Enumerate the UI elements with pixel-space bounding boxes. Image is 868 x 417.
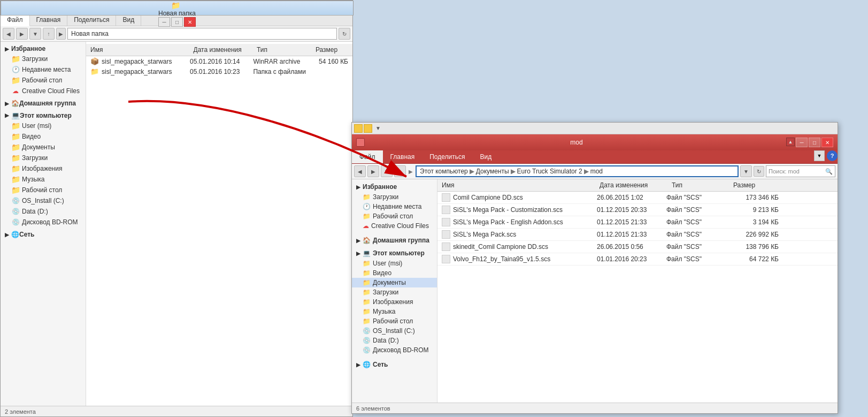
fg-network-header[interactable]: ▶ 🌐 Сеть xyxy=(352,359,437,370)
fg-desk2-icon: 📁 xyxy=(363,317,371,325)
fg-refresh-btn[interactable]: ↻ xyxy=(754,166,764,177)
sidebar-bd[interactable]: 💿 Дисковод BD-ROM xyxy=(1,217,86,228)
col-type[interactable]: Тип xyxy=(252,45,311,55)
fg-sidebar-dl2[interactable]: 📁 Загрузки xyxy=(352,287,437,297)
fg-desk2-label: Рабочий стол xyxy=(373,317,413,325)
fg-file-type-0: Файл "SCS" xyxy=(666,194,725,201)
fg-sidebar-desktop[interactable]: 📁 Рабочий стол xyxy=(352,211,437,221)
fg-sidebar-cc[interactable]: ☁ Creative Cloud Files xyxy=(352,221,437,231)
sidebar-data[interactable]: 💿 Data (D:) xyxy=(1,206,86,217)
fg-tab-share[interactable]: Поделиться xyxy=(422,150,472,163)
fg-data-icon: 💿 xyxy=(363,337,371,344)
fg-search-box[interactable]: Поиск: mod 🔍 xyxy=(766,165,835,177)
tab-home[interactable]: Главная xyxy=(30,14,68,26)
table-row[interactable]: SiSL's Mega Pack - Customization.scs 01.… xyxy=(437,204,838,216)
fg-forward-btn[interactable]: ▶ xyxy=(367,165,379,177)
table-row[interactable]: SiSL's Mega Pack - English Addon.scs 01.… xyxy=(437,216,838,229)
fg-minimize-btn[interactable]: ─ xyxy=(796,138,808,147)
fg-thispc-header[interactable]: ▶ 💻 Этот компьютер xyxy=(352,248,437,259)
fg-tab-file[interactable]: Файл xyxy=(352,150,383,163)
fg-expand-icon[interactable]: ▲ xyxy=(786,138,795,146)
fg-tab-home[interactable]: Главная xyxy=(383,150,423,163)
sidebar-item-recent[interactable]: 🕐 Недавние места xyxy=(1,64,86,75)
dropdown-btn[interactable]: ▼ xyxy=(29,28,41,40)
fg-sidebar-recent[interactable]: 🕐 Недавние места xyxy=(352,202,437,211)
bg-address-bar: ◀ ▶ ▼ ↑ ▶ Новая папка ↻ xyxy=(1,26,352,42)
fg-sidebar-music[interactable]: 📁 Музыка xyxy=(352,307,437,316)
sidebar-dl[interactable]: 📁 Загрузки xyxy=(1,153,86,163)
sidebar-user[interactable]: 📁 User (msi) xyxy=(1,120,86,131)
sidebar-item-downloads[interactable]: 📁 Загрузки xyxy=(1,54,86,64)
fg-col-size[interactable]: Размер xyxy=(729,180,782,190)
table-row[interactable]: skinedit_Comil Campione DD.scs 26.06.201… xyxy=(437,241,838,253)
sidebar-docs[interactable]: 📁 Документы xyxy=(1,142,86,153)
table-row[interactable]: 📦 sisl_megapack_starwars 05.01.2016 10:1… xyxy=(86,56,352,66)
sidebar-item-desktop[interactable]: 📁 Рабочий стол xyxy=(1,75,86,86)
bg-address-path[interactable]: Новая папка xyxy=(67,28,337,40)
fg-col-date[interactable]: Дата изменения xyxy=(595,180,667,190)
table-row[interactable]: SiSL's Mega Pack.scs 01.12.2015 21:33 Фа… xyxy=(437,229,838,241)
fg-fav-label: Избранное xyxy=(363,183,397,191)
sidebar-pics[interactable]: 📁 Изображения xyxy=(1,163,86,174)
fg-bd-label: Дисковод BD-ROM xyxy=(373,346,429,354)
fg-close-btn[interactable]: ✕ xyxy=(821,138,833,147)
fg-sidebar-video[interactable]: 📁 Видео xyxy=(352,268,437,278)
fg-favorites-header[interactable]: ▶ Избранное xyxy=(352,181,437,192)
fg-tab-view[interactable]: Вид xyxy=(472,150,499,163)
thispc-expand: ▶ xyxy=(5,112,9,118)
fg-dropdown-btn[interactable]: ▼ xyxy=(381,165,393,177)
scs-icon xyxy=(442,193,450,202)
fg-path-dropdown[interactable]: ▼ xyxy=(740,165,752,177)
forward-btn[interactable]: ▶ xyxy=(16,28,28,40)
fg-back-btn[interactable]: ◀ xyxy=(354,165,366,177)
tab-view[interactable]: Вид xyxy=(116,14,141,26)
fg-homegroup-header[interactable]: ▶ 🏠 Домашняя группа xyxy=(352,235,437,246)
fg-sidebar-downloads[interactable]: 📁 Загрузки xyxy=(352,192,437,202)
fg-sidebar-bd[interactable]: 💿 Дисковод BD-ROM xyxy=(352,345,437,355)
fg-sidebar-os[interactable]: 💿 OS_Install (C:) xyxy=(352,326,437,336)
fg-address-path[interactable]: Этот компьютер ▶ Документы ▶ Euro Truck … xyxy=(416,165,739,177)
close-btn[interactable]: ✕ xyxy=(184,17,196,27)
maximize-btn[interactable]: □ xyxy=(171,17,183,27)
fg-file-size-2: 3 194 КБ xyxy=(725,218,779,226)
fg-sidebar-user[interactable]: 📁 User (msi) xyxy=(352,259,437,268)
dl-label: Загрузки xyxy=(22,154,48,162)
fg-maximize-btn[interactable]: □ xyxy=(809,138,820,147)
fg-file-type-5: Файл "SCS" xyxy=(666,255,725,263)
fg-sidebar-desk2[interactable]: 📁 Рабочий стол xyxy=(352,316,437,326)
tab-file[interactable]: Файл xyxy=(1,14,30,26)
back-btn[interactable]: ◀ xyxy=(3,28,14,40)
expand-ribbon-btn[interactable]: ▼ xyxy=(814,150,825,161)
col-size[interactable]: Размер xyxy=(311,45,352,55)
sidebar-video[interactable]: 📁 Видео xyxy=(1,131,86,142)
help-btn[interactable]: ? xyxy=(827,150,838,161)
fg-up-btn[interactable]: ↑ xyxy=(394,165,406,177)
minimize-btn[interactable]: ─ xyxy=(158,17,170,27)
up-btn[interactable]: ↑ xyxy=(43,28,55,40)
favorites-header[interactable]: ▶ Избранное xyxy=(1,44,86,54)
table-row[interactable]: 📁 sisl_megapack_starwars 05.01.2016 10:2… xyxy=(86,66,352,77)
col-date[interactable]: Дата изменения xyxy=(189,45,252,55)
refresh-btn[interactable]: ↻ xyxy=(339,28,350,40)
favorites-label: Избранное xyxy=(11,45,45,52)
fg-sidebar-documents[interactable]: 📁 Документы xyxy=(352,278,437,287)
network-header[interactable]: ▶ 🌐 Сеть xyxy=(1,230,86,239)
col-name[interactable]: Имя xyxy=(86,45,189,55)
thispc-header[interactable]: ▶ 💻 Этот компьютер xyxy=(1,110,86,120)
folder-qa-icon xyxy=(354,124,363,133)
sidebar-desktop-pc[interactable]: 📁 Рабочий стол xyxy=(1,185,86,195)
sidebar-music[interactable]: 📁 Музыка xyxy=(1,174,86,185)
table-row[interactable]: Volvo_Fh12_by_Taina95_v1.5.scs 01.01.201… xyxy=(437,253,838,266)
fg-col-type[interactable]: Тип xyxy=(667,180,729,190)
fg-pc-expand: ▶ xyxy=(356,251,360,256)
network-section: ▶ 🌐 Сеть xyxy=(1,230,86,239)
fg-sidebar-images[interactable]: 📁 Изображения xyxy=(352,297,437,307)
tab-share[interactable]: Поделиться xyxy=(67,14,116,26)
sidebar-os[interactable]: 💿 OS_Install (C:) xyxy=(1,195,86,206)
table-row[interactable]: Comil Campione DD.scs 26.06.2015 1:02 Фа… xyxy=(437,192,838,204)
folder-small-icon: 📁 xyxy=(90,67,99,75)
sidebar-item-creative-cloud[interactable]: ☁ Creative Cloud Files xyxy=(1,86,86,96)
fg-col-name[interactable]: Имя xyxy=(437,180,595,190)
fg-sidebar-data[interactable]: 💿 Data (D:) xyxy=(352,336,437,345)
homegroup-header[interactable]: ▶ 🏠 Домашняя группа xyxy=(1,98,86,108)
